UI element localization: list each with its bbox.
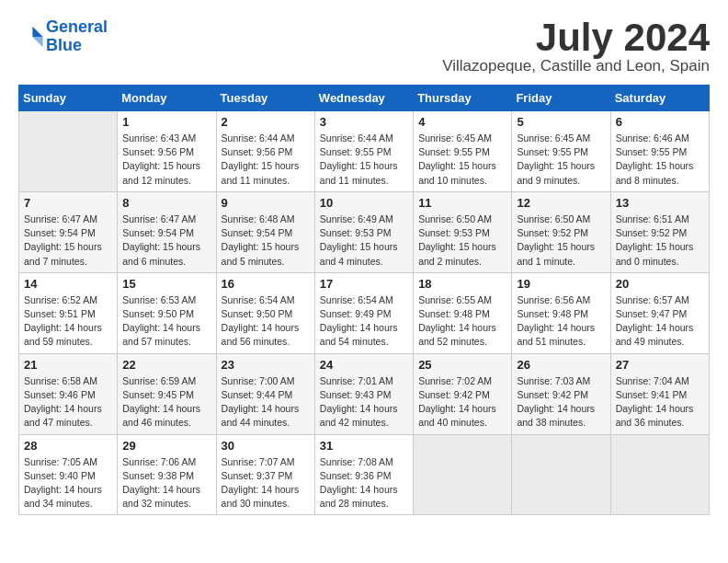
calendar-week-4: 21Sunrise: 6:58 AMSunset: 9:46 PMDayligh… bbox=[19, 353, 710, 434]
calendar-cell bbox=[19, 111, 118, 192]
logo: General Blue bbox=[18, 18, 108, 55]
day-info: Sunrise: 6:53 AMSunset: 9:50 PMDaylight:… bbox=[122, 293, 210, 350]
weekday-header-row: SundayMondayTuesdayWednesdayThursdayFrid… bbox=[19, 86, 710, 111]
day-number: 8 bbox=[122, 196, 210, 210]
svg-marker-0 bbox=[32, 27, 42, 37]
day-number: 23 bbox=[222, 358, 310, 372]
calendar-cell: 20Sunrise: 6:57 AMSunset: 9:47 PMDayligh… bbox=[610, 272, 709, 353]
calendar-cell bbox=[610, 434, 709, 515]
calendar-cell: 4Sunrise: 6:45 AMSunset: 9:55 PMDaylight… bbox=[414, 111, 512, 192]
day-number: 27 bbox=[616, 358, 704, 372]
day-number: 21 bbox=[24, 358, 112, 372]
calendar-cell: 17Sunrise: 6:54 AMSunset: 9:49 PMDayligh… bbox=[314, 272, 413, 353]
day-info: Sunrise: 6:54 AMSunset: 9:49 PMDaylight:… bbox=[320, 293, 408, 350]
calendar-cell: 8Sunrise: 6:47 AMSunset: 9:54 PMDaylight… bbox=[118, 191, 216, 272]
day-number: 16 bbox=[222, 277, 310, 291]
calendar-cell: 13Sunrise: 6:51 AMSunset: 9:52 PMDayligh… bbox=[610, 191, 709, 272]
calendar-cell: 31Sunrise: 7:08 AMSunset: 9:36 PMDayligh… bbox=[314, 434, 413, 515]
day-info: Sunrise: 6:57 AMSunset: 9:47 PMDaylight:… bbox=[616, 293, 704, 350]
calendar-week-3: 14Sunrise: 6:52 AMSunset: 9:51 PMDayligh… bbox=[19, 272, 710, 353]
day-number: 25 bbox=[418, 358, 506, 372]
day-number: 29 bbox=[122, 439, 210, 453]
calendar-cell: 12Sunrise: 6:50 AMSunset: 9:52 PMDayligh… bbox=[512, 191, 610, 272]
day-info: Sunrise: 6:58 AMSunset: 9:46 PMDaylight:… bbox=[24, 374, 112, 431]
logo-text-line2: Blue bbox=[46, 37, 108, 55]
weekday-header-sunday: Sunday bbox=[19, 86, 118, 111]
day-info: Sunrise: 6:44 AMSunset: 9:56 PMDaylight:… bbox=[222, 132, 310, 188]
calendar-cell: 22Sunrise: 6:59 AMSunset: 9:45 PMDayligh… bbox=[118, 353, 216, 434]
calendar-cell: 10Sunrise: 6:49 AMSunset: 9:53 PMDayligh… bbox=[314, 191, 413, 272]
day-number: 1 bbox=[122, 115, 210, 129]
calendar-cell: 30Sunrise: 7:07 AMSunset: 9:37 PMDayligh… bbox=[216, 434, 314, 515]
calendar-cell bbox=[512, 434, 610, 515]
day-info: Sunrise: 6:43 AMSunset: 9:56 PMDaylight:… bbox=[122, 132, 210, 188]
day-info: Sunrise: 6:45 AMSunset: 9:55 PMDaylight:… bbox=[418, 132, 506, 188]
weekday-header-thursday: Thursday bbox=[414, 86, 512, 111]
calendar-cell: 5Sunrise: 6:45 AMSunset: 9:55 PMDaylight… bbox=[512, 111, 610, 192]
day-number: 26 bbox=[517, 358, 605, 372]
calendar-cell: 14Sunrise: 6:52 AMSunset: 9:51 PMDayligh… bbox=[19, 272, 118, 353]
day-info: Sunrise: 6:51 AMSunset: 9:52 PMDaylight:… bbox=[616, 213, 704, 269]
day-number: 10 bbox=[320, 196, 408, 210]
day-info: Sunrise: 7:08 AMSunset: 9:36 PMDaylight:… bbox=[320, 455, 408, 511]
day-number: 7 bbox=[24, 196, 112, 210]
day-info: Sunrise: 7:07 AMSunset: 9:37 PMDaylight:… bbox=[222, 455, 310, 511]
day-info: Sunrise: 6:56 AMSunset: 9:48 PMDaylight:… bbox=[517, 293, 605, 350]
day-number: 24 bbox=[320, 358, 408, 372]
calendar-cell: 19Sunrise: 6:56 AMSunset: 9:48 PMDayligh… bbox=[512, 272, 610, 353]
day-info: Sunrise: 6:52 AMSunset: 9:51 PMDaylight:… bbox=[24, 293, 112, 350]
day-info: Sunrise: 7:04 AMSunset: 9:41 PMDaylight:… bbox=[616, 374, 704, 431]
calendar-cell: 25Sunrise: 7:02 AMSunset: 9:42 PMDayligh… bbox=[414, 353, 512, 434]
calendar-cell: 2Sunrise: 6:44 AMSunset: 9:56 PMDaylight… bbox=[216, 111, 314, 192]
day-info: Sunrise: 7:01 AMSunset: 9:43 PMDaylight:… bbox=[320, 374, 408, 431]
day-number: 17 bbox=[320, 277, 408, 291]
day-number: 19 bbox=[517, 277, 605, 291]
calendar-cell: 1Sunrise: 6:43 AMSunset: 9:56 PMDaylight… bbox=[118, 111, 216, 192]
day-info: Sunrise: 6:49 AMSunset: 9:53 PMDaylight:… bbox=[320, 213, 408, 269]
calendar-cell: 15Sunrise: 6:53 AMSunset: 9:50 PMDayligh… bbox=[118, 272, 216, 353]
calendar-cell: 29Sunrise: 7:06 AMSunset: 9:38 PMDayligh… bbox=[118, 434, 216, 515]
day-info: Sunrise: 6:59 AMSunset: 9:45 PMDaylight:… bbox=[122, 374, 210, 431]
calendar-cell: 9Sunrise: 6:48 AMSunset: 9:54 PMDaylight… bbox=[216, 191, 314, 272]
day-number: 18 bbox=[418, 277, 506, 291]
day-info: Sunrise: 6:47 AMSunset: 9:54 PMDaylight:… bbox=[24, 213, 112, 269]
calendar-cell: 7Sunrise: 6:47 AMSunset: 9:54 PMDaylight… bbox=[19, 191, 118, 272]
logo-text-line1: General bbox=[46, 18, 108, 37]
day-number: 3 bbox=[320, 115, 408, 129]
day-info: Sunrise: 6:47 AMSunset: 9:54 PMDaylight:… bbox=[122, 213, 210, 269]
svg-marker-1 bbox=[32, 37, 42, 47]
day-info: Sunrise: 7:06 AMSunset: 9:38 PMDaylight:… bbox=[122, 455, 210, 511]
day-number: 20 bbox=[616, 277, 704, 291]
title-block: July 2024 Villazopeque, Castille and Leo… bbox=[442, 18, 710, 75]
calendar-cell bbox=[414, 434, 512, 515]
calendar-cell: 16Sunrise: 6:54 AMSunset: 9:50 PMDayligh… bbox=[216, 272, 314, 353]
calendar-cell: 28Sunrise: 7:05 AMSunset: 9:40 PMDayligh… bbox=[19, 434, 118, 515]
calendar-week-2: 7Sunrise: 6:47 AMSunset: 9:54 PMDaylight… bbox=[19, 191, 710, 272]
calendar-cell: 27Sunrise: 7:04 AMSunset: 9:41 PMDayligh… bbox=[610, 353, 709, 434]
day-number: 11 bbox=[418, 196, 506, 210]
weekday-header-monday: Monday bbox=[118, 86, 216, 111]
day-number: 2 bbox=[222, 115, 310, 129]
day-info: Sunrise: 6:46 AMSunset: 9:55 PMDaylight:… bbox=[616, 132, 704, 188]
weekday-header-saturday: Saturday bbox=[610, 86, 709, 111]
day-info: Sunrise: 6:50 AMSunset: 9:53 PMDaylight:… bbox=[418, 213, 506, 269]
calendar-week-5: 28Sunrise: 7:05 AMSunset: 9:40 PMDayligh… bbox=[19, 434, 710, 515]
month-title: July 2024 bbox=[442, 18, 710, 57]
calendar-cell: 11Sunrise: 6:50 AMSunset: 9:53 PMDayligh… bbox=[414, 191, 512, 272]
day-number: 15 bbox=[122, 277, 210, 291]
calendar-table: SundayMondayTuesdayWednesdayThursdayFrid… bbox=[18, 85, 710, 515]
weekday-header-friday: Friday bbox=[512, 86, 610, 111]
day-info: Sunrise: 6:55 AMSunset: 9:48 PMDaylight:… bbox=[418, 293, 506, 350]
calendar-cell: 26Sunrise: 7:03 AMSunset: 9:42 PMDayligh… bbox=[512, 353, 610, 434]
calendar-cell: 3Sunrise: 6:44 AMSunset: 9:55 PMDaylight… bbox=[314, 111, 413, 192]
day-number: 28 bbox=[24, 439, 112, 453]
weekday-header-tuesday: Tuesday bbox=[216, 86, 314, 111]
day-info: Sunrise: 6:48 AMSunset: 9:54 PMDaylight:… bbox=[222, 213, 310, 269]
calendar-week-1: 1Sunrise: 6:43 AMSunset: 9:56 PMDaylight… bbox=[19, 111, 710, 192]
day-number: 9 bbox=[222, 196, 310, 210]
calendar-cell: 24Sunrise: 7:01 AMSunset: 9:43 PMDayligh… bbox=[314, 353, 413, 434]
day-number: 6 bbox=[616, 115, 704, 129]
weekday-header-wednesday: Wednesday bbox=[314, 86, 413, 111]
calendar-cell: 18Sunrise: 6:55 AMSunset: 9:48 PMDayligh… bbox=[414, 272, 512, 353]
day-info: Sunrise: 6:54 AMSunset: 9:50 PMDaylight:… bbox=[222, 293, 310, 350]
